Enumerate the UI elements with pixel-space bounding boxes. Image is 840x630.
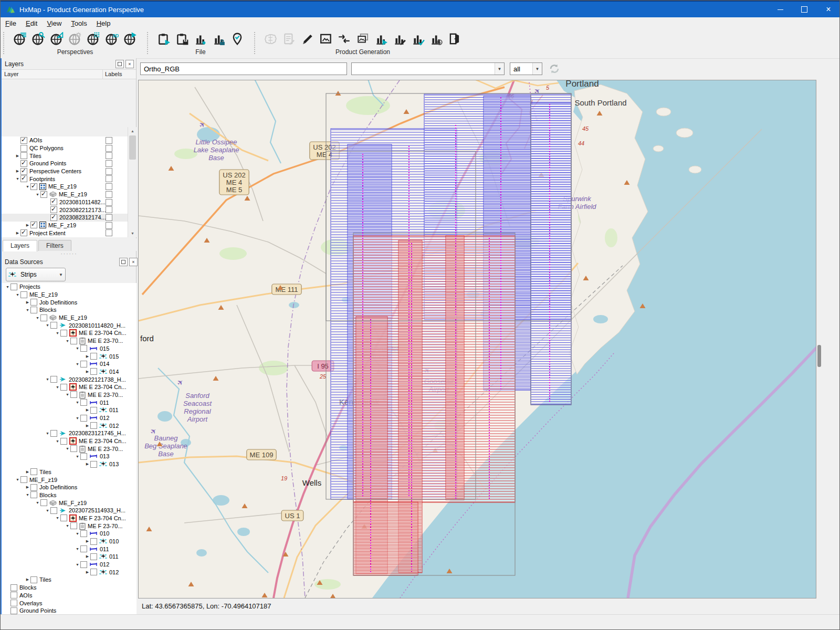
- checkbox[interactable]: [90, 422, 97, 429]
- expand-icon[interactable]: ▶: [85, 554, 90, 559]
- tree-item[interactable]: 2023082312174...: [2, 214, 128, 222]
- tree-item[interactable]: AOIs: [2, 592, 136, 600]
- collapse-icon[interactable]: ▼: [75, 455, 80, 458]
- menu-edit[interactable]: Edit: [21, 18, 42, 28]
- checkbox[interactable]: [50, 198, 57, 205]
- collapse-icon[interactable]: ▼: [75, 416, 80, 420]
- title-bar[interactable]: HxMap - Product Generation Perspective ×: [1, 1, 840, 17]
- tree-item[interactable]: ▶Tiles: [2, 576, 136, 584]
- checkbox[interactable]: [80, 361, 87, 368]
- tree-item[interactable]: ▶Tiles: [2, 152, 128, 160]
- panel-splitter[interactable]: ······: [2, 251, 136, 256]
- checkbox[interactable]: [60, 330, 67, 337]
- collapse-icon[interactable]: ▼: [75, 563, 80, 566]
- checkbox[interactable]: [30, 183, 37, 190]
- checkbox[interactable]: [50, 206, 57, 213]
- refresh-icon[interactable]: [548, 62, 561, 76]
- expand-icon[interactable]: ▶: [85, 539, 90, 543]
- checkbox[interactable]: [70, 445, 77, 452]
- checkbox[interactable]: [10, 584, 17, 591]
- labels-checkbox[interactable]: [106, 191, 112, 198]
- expand-icon[interactable]: ▶: [25, 485, 30, 489]
- checkbox[interactable]: [30, 222, 37, 228]
- edit-marker-icon[interactable]: [300, 30, 316, 47]
- tree-item[interactable]: ▶Project Extent: [2, 229, 128, 237]
- labels-checkbox[interactable]: [106, 168, 112, 175]
- checkbox[interactable]: [80, 399, 87, 406]
- collapse-icon[interactable]: ▼: [25, 185, 30, 188]
- checkbox[interactable]: [20, 145, 27, 152]
- tree-item[interactable]: ▼ME_E_z19: [2, 291, 136, 299]
- checkbox[interactable]: [20, 175, 27, 182]
- collapse-icon[interactable]: ▼: [45, 377, 50, 381]
- collapse-icon[interactable]: ▼: [45, 432, 50, 435]
- chart-lock-icon[interactable]: [211, 30, 227, 47]
- menu-help[interactable]: Help: [92, 18, 116, 28]
- labels-checkbox[interactable]: [106, 175, 112, 182]
- chevron-down-icon[interactable]: ▼: [495, 63, 504, 75]
- checkbox[interactable]: [30, 491, 37, 498]
- checkbox[interactable]: [70, 338, 77, 344]
- checkbox[interactable]: [20, 291, 27, 298]
- checkbox[interactable]: [80, 545, 87, 552]
- tree-item[interactable]: Ground Points: [2, 160, 128, 167]
- collapse-icon[interactable]: ▼: [15, 293, 20, 297]
- validate-location-icon[interactable]: [229, 30, 245, 47]
- checkbox[interactable]: [70, 522, 77, 529]
- image-stack-icon[interactable]: [355, 30, 371, 47]
- collapse-icon[interactable]: ▼: [65, 524, 70, 528]
- collapse-icon[interactable]: ▼: [65, 393, 70, 396]
- tree-item[interactable]: ▼ME E 23-704 Cn...: [2, 329, 136, 337]
- collapse-icon[interactable]: ▼: [45, 509, 50, 512]
- checkbox[interactable]: [80, 345, 87, 352]
- checkbox[interactable]: [20, 152, 27, 159]
- labels-checkbox[interactable]: [106, 137, 112, 144]
- perspective-search-icon[interactable]: [30, 30, 46, 47]
- checkbox[interactable]: [50, 507, 57, 514]
- splitter-handle[interactable]: [817, 345, 821, 367]
- chart-edit-icon[interactable]: [392, 30, 407, 47]
- collapse-icon[interactable]: ▼: [35, 193, 40, 196]
- tree-item[interactable]: QC Polygons: [2, 144, 128, 152]
- tree-item[interactable]: ▼20230823121745_H...: [2, 429, 136, 437]
- ortho-image-icon[interactable]: [318, 30, 334, 47]
- expand-icon[interactable]: ▶: [25, 300, 30, 304]
- checkbox[interactable]: [60, 384, 67, 391]
- labels-checkbox[interactable]: [106, 145, 112, 152]
- scroll-down-icon[interactable]: ▼: [128, 229, 137, 237]
- save-project-icon[interactable]: [174, 30, 190, 47]
- close-panel-icon[interactable]: ×: [129, 258, 138, 266]
- perspective-3d-icon[interactable]: 3D: [104, 30, 120, 47]
- data-sources-tree[interactable]: ▼Projects▼ME_E_z19▶Job Definitions▼Block…: [2, 283, 136, 630]
- tree-item[interactable]: ▼012: [2, 414, 136, 422]
- tree-item[interactable]: ▶012: [2, 422, 136, 429]
- perspective-grid-icon[interactable]: [86, 30, 101, 47]
- tree-item[interactable]: ▶014: [2, 368, 136, 376]
- labels-checkbox[interactable]: [106, 152, 112, 159]
- checkbox[interactable]: [30, 307, 37, 313]
- collapse-icon[interactable]: ▼: [75, 401, 80, 404]
- tree-item[interactable]: AOIs: [2, 136, 128, 144]
- collapse-icon[interactable]: ▼: [75, 532, 80, 536]
- checkbox[interactable]: [30, 468, 37, 475]
- collapse-icon[interactable]: ▼: [75, 547, 80, 551]
- close-button[interactable]: ×: [816, 2, 840, 17]
- tree-item[interactable]: ▼ME_F_z19: [2, 499, 136, 507]
- scroll-up-icon[interactable]: ▲: [128, 127, 137, 135]
- tree-item[interactable]: ▶011: [2, 553, 136, 561]
- checkbox[interactable]: [70, 391, 77, 398]
- tab-filters[interactable]: Filters: [38, 240, 71, 251]
- minimize-button[interactable]: [768, 2, 792, 17]
- tree-item[interactable]: Blocks: [2, 584, 136, 592]
- chart-validate-icon[interactable]: [410, 30, 426, 47]
- tree-item[interactable]: ▼Projects: [2, 283, 136, 291]
- collapse-icon[interactable]: ▼: [15, 478, 20, 481]
- checkbox[interactable]: [10, 600, 17, 606]
- tree-item[interactable]: ▼Footprints: [2, 175, 128, 183]
- collapse-icon[interactable]: ▼: [65, 447, 70, 450]
- labels-checkbox[interactable]: [106, 160, 112, 167]
- checkbox[interactable]: [90, 553, 97, 560]
- checkbox[interactable]: [80, 453, 87, 460]
- expand-icon[interactable]: ▶: [25, 578, 30, 582]
- tree-item[interactable]: ▼ME_E_z19: [2, 183, 128, 191]
